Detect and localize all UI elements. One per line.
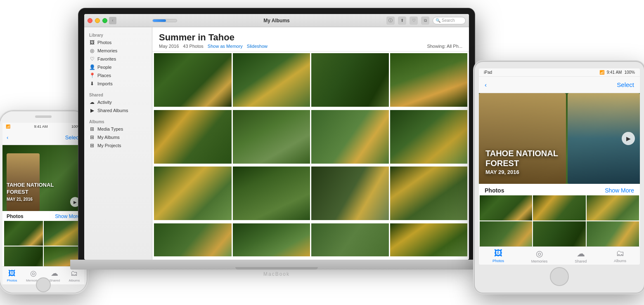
ipad-tab-photos-label: Photos — [492, 259, 504, 263]
sidebar-divider-2 — [84, 115, 152, 118]
activity-icon: ☁ — [89, 99, 95, 105]
ipad-back-button[interactable]: ‹ — [485, 81, 487, 88]
ipad-hero-title: TAHOE NATIONALFOREST MAY 29, 2016 — [485, 148, 558, 176]
ipad-photo-3[interactable] — [587, 195, 639, 221]
photo-cell-6[interactable] — [233, 110, 310, 164]
ipad-photo-2[interactable] — [533, 195, 585, 221]
show-as-memory-button[interactable]: Show as Memory — [208, 44, 243, 49]
places-icon: 📍 — [89, 73, 95, 78]
iphone-photos-label: Photos — [7, 214, 24, 219]
iphone-photo-1[interactable] — [4, 221, 43, 246]
photo-cell-2[interactable] — [233, 53, 310, 107]
sidebar-library-label: Library — [84, 31, 152, 38]
ipad-shared-tab-icon: ☁ — [577, 249, 585, 258]
ipad-photo-5[interactable] — [533, 221, 585, 246]
sidebar-item-imports[interactable]: ⬇ Imports — [84, 80, 152, 88]
ipad-home-button[interactable] — [550, 267, 569, 286]
sidebar-photos-label: Photos — [97, 40, 111, 45]
ipad-photo-4[interactable] — [480, 221, 532, 246]
photos-tab-icon: 🖼 — [8, 269, 16, 278]
sidebar-item-places[interactable]: 📍 Places — [84, 71, 152, 80]
photo-cell-12[interactable] — [390, 167, 468, 220]
photo-cell-4[interactable] — [390, 53, 468, 107]
ipad-select-button[interactable]: Select — [617, 81, 634, 88]
iphone-time: 9:41 AM — [34, 124, 47, 129]
ipad-photo-6[interactable] — [587, 221, 639, 246]
iphone-home-button[interactable] — [36, 277, 51, 292]
photo-cell-5[interactable] — [154, 110, 232, 164]
sidebar-item-shared-albums[interactable]: ▶ Shared Albums — [84, 106, 152, 115]
sidebar-albums-section: Albums — [84, 118, 152, 125]
sidebar-item-photos[interactable]: 🖼 Photos — [84, 38, 152, 47]
ipad-tab-memories[interactable]: ◎ Memories — [531, 249, 548, 263]
macbook-content: Library 🖼 Photos ◎ Memories ♡ Favorites — [84, 27, 469, 260]
ipad-photos-tab-icon: 🖼 — [494, 249, 502, 258]
iphone-hero-date: MAY 21, 2016 — [7, 197, 33, 202]
iphone-tab-photos-label: Photos — [7, 279, 17, 282]
ipad-model-label: iPad — [484, 70, 492, 75]
ipad-tab-memories-label: Memories — [531, 259, 548, 263]
chevron-left-icon: ‹ — [7, 134, 8, 141]
ipad-tab-albums[interactable]: 🗂 Albums — [614, 249, 626, 263]
album-header: Summer in Tahoe May 2016 43 Photos Show … — [152, 27, 469, 52]
close-button[interactable] — [88, 18, 92, 23]
photo-cell-16[interactable] — [390, 223, 468, 256]
ipad-tab-shared[interactable]: ☁ Shared — [575, 249, 587, 263]
sidebar-item-media-types[interactable]: ⊞ Media Types — [84, 125, 152, 133]
ipad-photo-grid — [479, 195, 640, 246]
album-count: 43 Photos — [183, 44, 204, 49]
info-icon[interactable]: ⓘ — [386, 16, 395, 25]
macbook-screen-outer: ‹ My Albums ⓘ ⬆ ♡ ⧉ — [78, 8, 475, 260]
my-albums-icon: ⊞ — [89, 134, 95, 140]
slideshow-button[interactable]: Slideshow — [247, 44, 268, 49]
iphone-photo-3[interactable] — [4, 246, 43, 266]
macbook-window-controls — [88, 18, 107, 23]
heart-icon[interactable]: ♡ — [410, 16, 418, 25]
progress-fill — [153, 19, 166, 22]
imports-icon: ⬇ — [89, 81, 95, 87]
photo-cell-7[interactable] — [311, 110, 389, 164]
sidebar-item-my-projects[interactable]: ⊞ My Projects — [84, 141, 152, 150]
sidebar-item-activity[interactable]: ☁ Activity — [84, 98, 152, 106]
macbook-device: ‹ My Albums ⓘ ⬆ ♡ ⧉ — [58, 8, 495, 289]
photo-cell-10[interactable] — [233, 167, 310, 220]
photo-cell-15[interactable] — [311, 223, 389, 256]
album-meta: May 2016 43 Photos Show as Memory Slides… — [159, 44, 462, 49]
photo-cell-8[interactable] — [390, 110, 468, 164]
ipad-tab-photos[interactable]: 🖼 Photos — [492, 249, 504, 263]
sidebar-item-people[interactable]: 👤 People — [84, 63, 152, 71]
ipad-photo-1[interactable] — [480, 195, 532, 221]
showing-label: Showing: All Ph... — [427, 44, 462, 49]
sidebar-favorites-label: Favorites — [97, 56, 116, 61]
iphone-tab-photos[interactable]: 🖼 Photos — [7, 269, 17, 282]
iphone-back-button[interactable]: ‹ — [7, 134, 8, 141]
ipad-signal-icon: 📶 — [599, 70, 604, 75]
minimize-button[interactable] — [95, 18, 100, 23]
maximize-button[interactable] — [102, 18, 107, 23]
search-box[interactable]: 🔍 Search — [433, 17, 466, 24]
photo-cell-9[interactable] — [154, 167, 232, 220]
sidebar-item-memories[interactable]: ◎ Memories — [84, 47, 152, 55]
back-arrow-button[interactable]: ‹ — [109, 17, 116, 24]
photo-cell-13[interactable] — [154, 223, 232, 256]
photo-grid — [152, 52, 469, 260]
favorites-icon: ♡ — [89, 56, 95, 62]
sidebar-places-label: Places — [97, 73, 111, 78]
ipad-tab-albums-label: Albums — [614, 259, 626, 263]
photo-cell-3[interactable] — [311, 53, 389, 107]
photo-cell-11[interactable] — [311, 167, 389, 220]
sidebar-shared-label: Shared — [84, 91, 152, 98]
share-icon[interactable]: ⬆ — [398, 16, 406, 25]
sidebar-item-my-albums[interactable]: ⊞ My Albums — [84, 133, 152, 141]
ipad-albums-tab-icon: 🗂 — [616, 249, 624, 258]
sidebar-item-favorites[interactable]: ♡ Favorites — [84, 55, 152, 63]
sidebar-imports-label: Imports — [97, 81, 113, 86]
sidebar-media-types-label: Media Types — [97, 127, 123, 131]
search-icon: 🔍 — [436, 18, 440, 23]
duplicate-icon[interactable]: ⧉ — [421, 16, 429, 25]
album-title: Summer in Tahoe — [159, 32, 462, 43]
ipad-show-more-button[interactable]: Show More — [605, 187, 634, 194]
photo-cell-1[interactable] — [154, 53, 232, 107]
ipad-play-button[interactable]: ▶ — [622, 132, 635, 145]
photo-cell-14[interactable] — [233, 223, 310, 256]
